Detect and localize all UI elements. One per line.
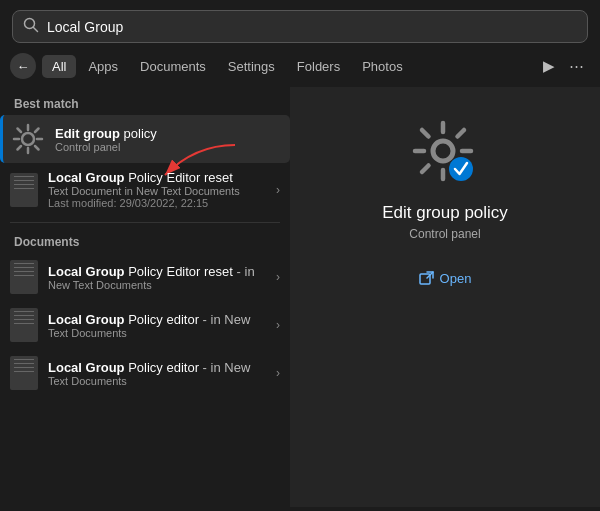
tab-settings[interactable]: Settings (218, 55, 285, 78)
chevron-icon-2: › (276, 318, 280, 332)
svg-point-2 (22, 133, 34, 145)
documents-section-label: Documents (0, 229, 290, 253)
tab-apps[interactable]: Apps (78, 55, 128, 78)
best-match-subtitle: Control panel (55, 141, 280, 153)
preview-icon (409, 117, 481, 189)
svg-line-10 (18, 146, 22, 150)
chevron-icon: › (276, 183, 280, 197)
search-bar (12, 10, 588, 43)
chevron-icon-3: › (276, 366, 280, 380)
preview-subtitle: Control panel (409, 227, 480, 241)
svg-point-12 (433, 141, 453, 161)
svg-line-20 (422, 166, 429, 173)
best-match-item[interactable]: Edit group policy Control panel (0, 115, 290, 163)
top-document-subtitle: Text Document in New Text Documents (48, 185, 266, 197)
document-item-3[interactable]: Local Group Policy editor - in New Text … (0, 349, 290, 397)
filter-tabs: ← All Apps Documents Settings Folders Ph… (0, 53, 600, 87)
document-icon (10, 173, 38, 207)
right-panel: Edit group policy Control panel Open (290, 87, 600, 507)
divider (10, 222, 280, 223)
document-3-subtitle: Text Documents (48, 375, 266, 387)
best-match-label: Best match (0, 91, 290, 115)
search-input[interactable] (47, 19, 577, 35)
top-document-item[interactable]: Local Group Policy Editor reset Text Doc… (0, 163, 290, 216)
tab-folders[interactable]: Folders (287, 55, 350, 78)
document-1-title: Local Group Policy Editor reset - in (48, 264, 266, 279)
open-icon (419, 271, 434, 286)
document-item-2[interactable]: Local Group Policy editor - in New Text … (0, 301, 290, 349)
document-1-subtitle: New Text Documents (48, 279, 266, 291)
top-document-meta: Last modified: 29/03/2022, 22:15 (48, 197, 266, 209)
svg-point-21 (449, 157, 473, 181)
svg-line-7 (18, 129, 22, 133)
document-icon-1 (10, 260, 38, 294)
back-button[interactable]: ← (10, 53, 36, 79)
document-2-subtitle: Text Documents (48, 327, 266, 339)
svg-line-1 (34, 28, 38, 32)
open-label: Open (440, 271, 472, 286)
content-area: Best match (0, 87, 600, 507)
svg-line-17 (422, 130, 429, 137)
document-icon-2 (10, 308, 38, 342)
svg-line-9 (35, 129, 39, 133)
document-2-text: Local Group Policy editor - in New Text … (48, 312, 266, 339)
left-panel: Best match (0, 87, 290, 507)
document-3-title: Local Group Policy editor - in New (48, 360, 266, 375)
best-match-title: Edit group policy (55, 126, 280, 141)
group-policy-icon (11, 122, 45, 156)
more-button[interactable]: ⋯ (563, 53, 590, 79)
document-item-1[interactable]: Local Group Policy Editor reset - in New… (0, 253, 290, 301)
tab-documents[interactable]: Documents (130, 55, 216, 78)
document-3-text: Local Group Policy editor - in New Text … (48, 360, 266, 387)
svg-line-8 (35, 146, 39, 150)
chevron-icon-1: › (276, 270, 280, 284)
open-button[interactable]: Open (419, 271, 472, 286)
tab-all[interactable]: All (42, 55, 76, 78)
preview-actions: Open (419, 271, 472, 286)
best-match-text: Edit group policy Control panel (55, 126, 280, 153)
tab-photos[interactable]: Photos (352, 55, 412, 78)
top-document-text: Local Group Policy Editor reset Text Doc… (48, 170, 266, 209)
top-document-title: Local Group Policy Editor reset (48, 170, 266, 185)
svg-line-19 (458, 130, 465, 137)
document-icon-3 (10, 356, 38, 390)
document-1-text: Local Group Policy Editor reset - in New… (48, 264, 266, 291)
play-button[interactable]: ▶ (537, 53, 561, 79)
preview-title: Edit group policy (382, 203, 508, 223)
document-2-title: Local Group Policy editor - in New (48, 312, 266, 327)
search-icon (23, 17, 39, 36)
